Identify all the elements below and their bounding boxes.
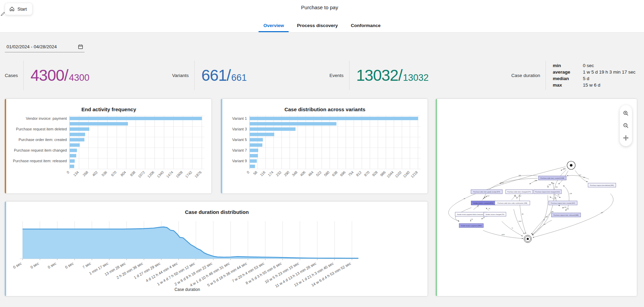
bar [250, 159, 257, 163]
pan-button[interactable] [621, 133, 631, 143]
x-tick-label: 0 sec [64, 261, 74, 269]
edge-label: 2873 [500, 182, 504, 184]
kpi-variants-value: 661/661 [201, 66, 247, 85]
bar [70, 154, 76, 157]
case-distribution-chart: 0581161742322903484064645225806386967548… [225, 114, 425, 187]
x-tick-label: 1608 [175, 170, 183, 178]
bar [250, 165, 255, 168]
category-label: Purchase order item: created [18, 138, 67, 142]
bar [70, 149, 77, 152]
x-tick-label: 348 [291, 170, 298, 177]
edge-label: 1878 [501, 234, 505, 235]
kpi-divider [23, 61, 24, 90]
edge-label: 206 [546, 216, 548, 218]
bar [250, 122, 336, 126]
kpi-events-value: 13032/13032 [356, 66, 429, 85]
x-tick-label: 928 [371, 170, 378, 177]
process-node-label: Vendor invoice: created (2671) [473, 202, 494, 204]
category-label: Purchase request item changed [14, 148, 67, 152]
zoom-in-button[interactable] [621, 108, 631, 118]
date-range-input[interactable]: 01/02/2024 - 04/28/2024 [5, 42, 84, 52]
edge-label: 73 [463, 198, 465, 200]
x-tick-label: 870 [364, 170, 370, 177]
x-tick-label: 268 [82, 170, 89, 177]
duration-stat-name: average [553, 69, 583, 75]
duration-stat-value: 0 sec [583, 62, 594, 69]
process-node-label: Purchase order item: goods receipt (377) [473, 191, 500, 193]
x-tick-label: 580 [323, 170, 330, 177]
category-label: Variant 9 [232, 159, 247, 163]
kpi-divider [194, 61, 195, 90]
kpi-events: Events 13032/13032 [329, 61, 429, 90]
edge-label: 127 [487, 195, 490, 197]
x-tick-label: 290 [283, 170, 290, 177]
duration-stat-value: 5 d [583, 75, 589, 82]
x-tick-label: 0 [246, 170, 250, 174]
kpi-cases-label: Cases [5, 73, 18, 78]
tab-overview[interactable]: Overview [259, 20, 289, 32]
edge-label: 1007 [518, 220, 522, 222]
duration-stat-row: max15 w 6 d [553, 82, 635, 88]
kpi-variants-label: Variants [172, 73, 189, 78]
bar [250, 133, 274, 136]
edit-title-icon[interactable] [0, 11, 644, 17]
process-node-label: Vendor invoice: payment (1932) [461, 225, 482, 227]
kpi-events-label: Events [329, 73, 343, 78]
date-range-value: 01/02/2024 - 04/28/2024 [6, 44, 57, 49]
area-fill [23, 227, 358, 259]
x-tick-label: 638 [331, 170, 338, 177]
edge-label: 144 [549, 184, 551, 186]
bar [250, 117, 418, 120]
process-edge [567, 175, 589, 179]
bar [70, 165, 74, 168]
kpi-case-duration-label: Case duration [511, 73, 540, 78]
x-tick-label: 536 [101, 170, 108, 177]
zoom-out-button[interactable] [621, 121, 631, 130]
x-tick-label: 464 [307, 170, 314, 177]
x-tick-label: 58 [253, 170, 258, 176]
duration-stat-name: max [553, 82, 583, 88]
tab-conformance[interactable]: Conformance [346, 20, 385, 32]
edge-label: 128 [569, 193, 572, 194]
edge-label: 51 [471, 218, 473, 220]
end-activity-frequency-chart: 0134268402536670804938107212061340147416… [9, 114, 209, 187]
kpi-row: Cases 4300/4300 Variants 661/661 Events … [5, 52, 637, 99]
process-node-label: Purchase order item: changed (271) [508, 191, 531, 193]
category-label: Vendor invoice: payment [26, 116, 67, 120]
x-tick-label: 0 sec [12, 261, 22, 269]
page-title: Purchase to pay [301, 4, 338, 10]
edge-label: 107 [579, 174, 581, 176]
x-tick-label: 1206 [147, 170, 155, 178]
charts-row: End activity frequency 01342684025366708… [5, 99, 428, 193]
x-tick-label: 134 [73, 170, 79, 177]
edge-label: 343 [518, 175, 521, 176]
process-edge [532, 195, 548, 235]
x-tick-label: 938 [129, 170, 136, 177]
x-tick-label: 1102 [394, 170, 403, 178]
x-tick-label: 1072 [137, 170, 146, 178]
category-label: Variant 3 [232, 127, 247, 131]
bar [70, 133, 85, 136]
x-tick-label: 1742 [185, 170, 193, 178]
process-node-label: Purchase order item: created (1208) [540, 177, 564, 179]
process-model-panel: 8222811232917334318614460287334127831641… [436, 99, 637, 296]
calendar-icon[interactable] [78, 44, 83, 50]
bar [70, 122, 128, 126]
process-edge [554, 170, 566, 206]
tab-process-discovery[interactable]: Process discovery [292, 20, 342, 32]
x-tick-label: 1876 [194, 170, 202, 178]
category-label: Variant 1 [232, 116, 247, 120]
bar [250, 149, 258, 152]
kpi-cases-value: 4300/4300 [30, 66, 89, 85]
edge-label: 71 [511, 227, 513, 229]
case-distribution-card: Case distribution across variants 058116… [221, 99, 428, 193]
tab-bar: Overview Process discovery Conformance [0, 20, 644, 32]
process-edge [482, 198, 484, 200]
category-label: Purchase request item: released [13, 159, 67, 163]
process-edge [484, 178, 538, 198]
x-tick-label: 1160 [402, 170, 410, 178]
x-tick-label: 7 sec [82, 261, 92, 269]
chart-title: Case duration distribution [9, 206, 425, 217]
process-node-label: Vendor invoice changed (75) [486, 214, 504, 215]
category-label: Purchase request item deleted [16, 127, 67, 131]
